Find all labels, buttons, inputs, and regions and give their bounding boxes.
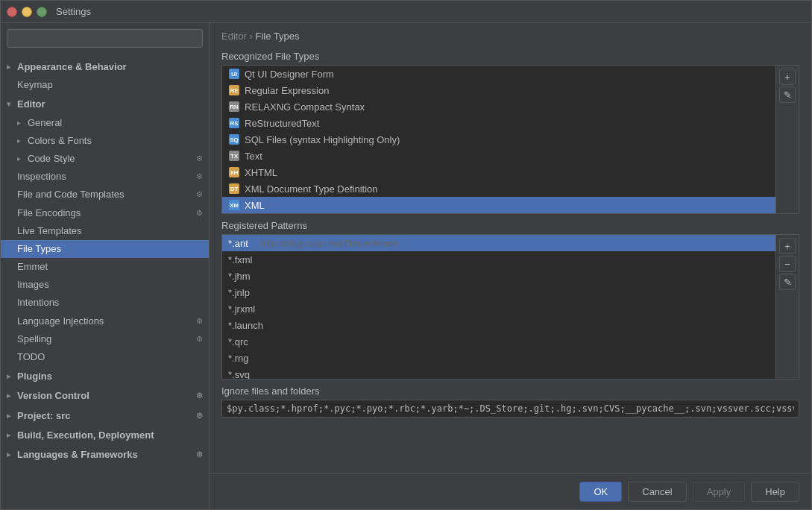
add-file-type-button[interactable]: + bbox=[779, 69, 796, 85]
list-item[interactable]: TX Text bbox=[222, 148, 775, 164]
sidebar-item-file-types[interactable]: File Types bbox=[1, 240, 209, 258]
sidebar-item-general[interactable]: General bbox=[1, 114, 209, 132]
patterns-section: Registered Patterns *.ant http://blog.cs… bbox=[221, 220, 799, 380]
edit-pattern-button[interactable]: ✎ bbox=[779, 274, 796, 290]
ignore-section: Ignore files and folders bbox=[221, 385, 799, 418]
settings-icon: ⚙ bbox=[196, 208, 203, 218]
sidebar-item-spelling[interactable]: Spelling ⚙ bbox=[1, 330, 209, 348]
breadcrumb-separator: › bbox=[247, 31, 256, 42]
expand-icon bbox=[7, 99, 17, 110]
list-item[interactable]: RS ReStructuredText bbox=[222, 115, 775, 131]
sidebar-item-appearance[interactable]: Appearance & Behavior bbox=[1, 57, 209, 76]
sidebar-item-inspections[interactable]: Inspections ⚙ bbox=[1, 168, 209, 186]
pattern-item[interactable]: *.jhm bbox=[222, 268, 775, 284]
pattern-item[interactable]: *.fxml bbox=[222, 251, 775, 268]
file-types-list[interactable]: UI Qt UI Designer Form RE Regular Expres… bbox=[222, 66, 775, 213]
list-item[interactable]: RN RELAXNG Compact Syntax bbox=[222, 98, 775, 115]
file-icon: DT bbox=[228, 183, 240, 195]
help-button[interactable]: Help bbox=[751, 482, 799, 502]
ignore-input[interactable] bbox=[221, 400, 799, 418]
pattern-item[interactable]: *.launch bbox=[222, 317, 775, 333]
list-item-xml[interactable]: XM XML bbox=[222, 197, 775, 213]
file-icon: RS bbox=[228, 117, 240, 129]
ok-button[interactable]: OK bbox=[579, 482, 622, 502]
settings-icon: ⚙ bbox=[196, 316, 203, 327]
sidebar-item-version-control[interactable]: Version Control ⚙ bbox=[1, 385, 209, 405]
sidebar-item-intentions[interactable]: Intentions bbox=[1, 294, 209, 312]
pattern-item[interactable]: *.qrc bbox=[222, 333, 775, 350]
sidebar-item-label: File and Code Templates bbox=[17, 188, 125, 201]
list-item-label: XML bbox=[245, 200, 265, 211]
sidebar-item-emmet[interactable]: Emmet bbox=[1, 258, 209, 276]
sidebar-item-file-encodings[interactable]: File Encodings ⚙ bbox=[1, 204, 209, 222]
apply-button[interactable]: Apply bbox=[693, 482, 746, 502]
sidebar-item-label: General bbox=[28, 116, 62, 130]
pattern-item[interactable]: *.rng bbox=[222, 350, 775, 366]
sidebar-item-live-templates[interactable]: Live Templates bbox=[1, 222, 209, 240]
sidebar-item-editor[interactable]: Editor bbox=[1, 94, 209, 113]
recognized-file-types-title: Recognized File Types bbox=[210, 48, 811, 65]
settings-window: Settings Appearance & Behavior Keymap Ed… bbox=[0, 0, 812, 510]
list-item-label: ReStructuredText bbox=[245, 118, 319, 129]
sidebar-item-label: Version Control bbox=[17, 389, 89, 403]
pattern-label: *.jrxml bbox=[228, 303, 255, 315]
pattern-item[interactable]: *.svg bbox=[222, 366, 775, 379]
maximize-button[interactable] bbox=[37, 7, 47, 17]
sidebar-item-todo[interactable]: TODO bbox=[1, 348, 209, 366]
search-input[interactable] bbox=[7, 29, 203, 48]
expand-icon bbox=[17, 136, 28, 146]
list-item-label: XML Document Type Definition bbox=[245, 183, 377, 195]
remove-pattern-button[interactable]: − bbox=[779, 256, 796, 272]
list-item[interactable]: XH XHTML bbox=[222, 164, 775, 180]
expand-icon bbox=[17, 118, 28, 128]
list-item-label: Qt UI Designer Form bbox=[245, 69, 334, 80]
sidebar-item-images[interactable]: Images bbox=[1, 276, 209, 294]
file-icon: UI bbox=[228, 68, 240, 80]
bottom-bar: OK Cancel Apply Help bbox=[210, 473, 811, 509]
settings-icon: ⚙ bbox=[196, 334, 203, 344]
list-item-label: XHTML bbox=[245, 167, 277, 178]
ignore-title: Ignore files and folders bbox=[221, 385, 799, 397]
list-item[interactable]: DT XML Document Type Definition bbox=[222, 180, 775, 197]
list-item[interactable]: UI Qt UI Designer Form bbox=[222, 66, 775, 82]
sidebar: Appearance & Behavior Keymap Editor Gene… bbox=[1, 23, 210, 509]
close-button[interactable] bbox=[7, 7, 17, 17]
add-pattern-button[interactable]: + bbox=[779, 238, 796, 254]
pattern-label: *.jnlp bbox=[228, 287, 250, 298]
pattern-label: *.qrc bbox=[228, 336, 248, 347]
sidebar-item-label: Spelling bbox=[17, 333, 51, 346]
pattern-label: *.ant bbox=[228, 238, 248, 249]
list-item[interactable]: SQ SQL Files (syntax Highlighting Only) bbox=[222, 131, 775, 148]
expand-icon bbox=[7, 371, 17, 382]
sidebar-item-label: Emmet bbox=[17, 260, 48, 274]
edit-file-type-button[interactable]: ✎ bbox=[779, 86, 796, 103]
sidebar-item-file-code-templates[interactable]: File and Code Templates ⚙ bbox=[1, 186, 209, 204]
breadcrumb-current: File Types bbox=[256, 31, 300, 42]
sidebar-item-plugins[interactable]: Plugins bbox=[1, 366, 209, 385]
pattern-item[interactable]: *.jnlp bbox=[222, 284, 775, 300]
expand-icon bbox=[7, 430, 17, 441]
minimize-button[interactable] bbox=[22, 7, 32, 17]
sidebar-item-language-injections[interactable]: Language Injections ⚙ bbox=[1, 312, 209, 330]
sidebar-item-build-exec[interactable]: Build, Execution, Deployment bbox=[1, 425, 209, 444]
breadcrumb: Editor › File Types bbox=[210, 23, 811, 48]
pattern-item[interactable]: *.jrxml bbox=[222, 300, 775, 317]
sidebar-item-label: Inspections bbox=[17, 170, 66, 183]
main-content: Appearance & Behavior Keymap Editor Gene… bbox=[1, 23, 811, 509]
patterns-list[interactable]: *.ant http://blog.csdn.net/DinnerHowe *.… bbox=[222, 235, 775, 379]
sidebar-item-label: Intentions bbox=[17, 296, 59, 309]
sidebar-item-label: Colors & Fonts bbox=[28, 134, 92, 148]
settings-icon: ⚙ bbox=[196, 171, 203, 182]
pattern-label: *.fxml bbox=[228, 254, 253, 265]
sidebar-item-code-style[interactable]: Code Style ⚙ bbox=[1, 150, 209, 168]
list-item[interactable]: RE Regular Expression bbox=[222, 82, 775, 98]
sidebar-item-keymap[interactable]: Keymap bbox=[1, 76, 209, 94]
sidebar-item-languages[interactable]: Languages & Frameworks ⚙ bbox=[1, 444, 209, 464]
sidebar-item-project-src[interactable]: Project: src ⚙ bbox=[1, 406, 209, 425]
pattern-item[interactable]: *.ant http://blog.csdn.net/DinnerHowe bbox=[222, 235, 775, 251]
cancel-button[interactable]: Cancel bbox=[628, 482, 686, 502]
sidebar-item-label: Build, Execution, Deployment bbox=[17, 429, 154, 442]
sidebar-item-label: Plugins bbox=[17, 370, 52, 383]
sidebar-item-colors-fonts[interactable]: Colors & Fonts bbox=[1, 132, 209, 150]
pattern-label: *.rng bbox=[228, 353, 248, 364]
